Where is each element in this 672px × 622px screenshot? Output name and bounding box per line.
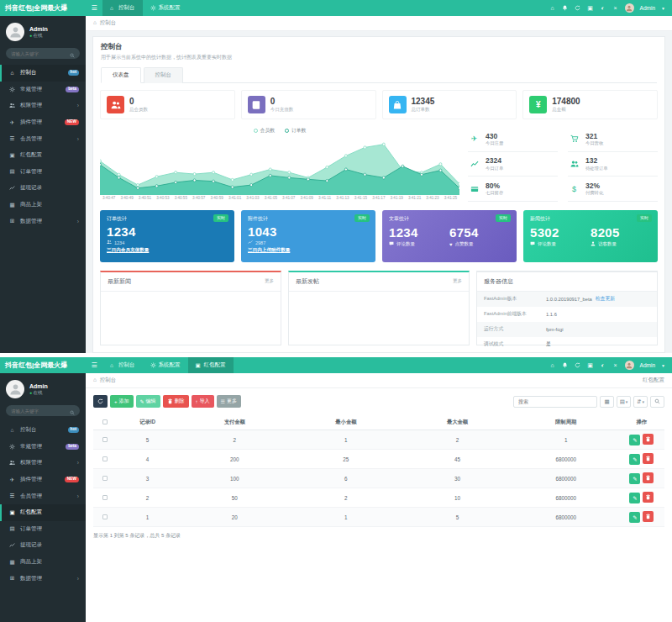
clipboard-tool-button[interactable]: ▦ xyxy=(600,396,614,408)
row-checkbox[interactable] xyxy=(102,476,108,481)
sidebar-item-权限管理[interactable]: 权限管理› xyxy=(0,98,86,114)
column-header-限制周期[interactable]: 限制周期 xyxy=(513,414,619,430)
grid-icon[interactable]: ▣ xyxy=(587,5,594,12)
row-checkbox[interactable] xyxy=(102,437,108,442)
column-header-记录ID[interactable]: 记录ID xyxy=(116,414,179,430)
header-tab-系统配置[interactable]: 系统配置 xyxy=(143,357,188,373)
legend-item-订单数[interactable]: 订单数 xyxy=(285,127,306,134)
sidebar-item-常规管理[interactable]: 常规管理beta xyxy=(0,82,86,98)
home-icon[interactable]: ⌂ xyxy=(549,362,556,369)
brand-logo[interactable]: 抖音红包|全网最火爆 xyxy=(0,361,86,370)
row-delete-button[interactable] xyxy=(643,472,654,483)
row-delete-button[interactable] xyxy=(643,511,654,522)
edit-button[interactable]: ✎编辑 xyxy=(136,395,160,408)
sidebar-item-红包配置[interactable]: ▣红包配置 xyxy=(0,504,86,521)
select-all-checkbox[interactable] xyxy=(102,419,108,424)
import-button[interactable]: ↑导入 xyxy=(192,395,214,408)
sidebar-item-插件管理[interactable]: ✈插件管理NEW xyxy=(0,114,86,131)
sidebar-search-input[interactable] xyxy=(11,51,68,56)
bell-icon[interactable] xyxy=(562,362,569,369)
search-tool-button[interactable] xyxy=(650,396,664,408)
legend-item-会员数[interactable]: 会员数 xyxy=(254,127,275,134)
avatar[interactable] xyxy=(6,380,24,398)
intro-tab-仪表盘[interactable]: 仪表盘 xyxy=(101,67,141,83)
more-button[interactable]: ☰更多 xyxy=(217,395,241,408)
search-input[interactable] xyxy=(513,396,597,408)
sidebar-item-控制台[interactable]: ⌂控制台hot xyxy=(0,65,86,82)
sidebar-item-商品上架[interactable]: ▦商品上架 xyxy=(0,197,86,213)
add-button[interactable]: +添加 xyxy=(110,395,134,408)
column-header-最大金额[interactable]: 最大金额 xyxy=(402,414,513,430)
sidebar-item-订单管理[interactable]: ▤订单管理 xyxy=(0,521,86,538)
header-tab-控制台[interactable]: ⌂控制台 xyxy=(102,357,143,373)
avatar[interactable] xyxy=(625,361,634,370)
sidebar-item-常规管理[interactable]: 常规管理beta xyxy=(0,439,86,456)
avatar[interactable] xyxy=(625,3,634,13)
user-menu[interactable]: Admin xyxy=(640,5,655,11)
intro-tab-控制台[interactable]: 控制台 xyxy=(144,67,184,83)
menu-toggle-icon[interactable]: ☰ xyxy=(86,4,102,12)
sidebar-item-订单管理[interactable]: ▤订单管理 xyxy=(0,164,86,181)
row-edit-button[interactable]: ✎ xyxy=(629,454,640,465)
header-tab-系统配置[interactable]: 系统配置 xyxy=(143,0,188,16)
row-edit-button[interactable]: ✎ xyxy=(629,435,640,445)
user-menu[interactable]: Admin xyxy=(640,362,655,368)
close-icon[interactable]: × xyxy=(612,362,619,369)
contrast-icon[interactable]: ◐ xyxy=(600,5,606,12)
breadcrumb-label[interactable]: 控制台 xyxy=(100,377,117,382)
refresh-icon[interactable] xyxy=(575,5,581,12)
header-tab-红包配置[interactable]: ▣红包配置 xyxy=(188,357,234,373)
row-checkbox[interactable] xyxy=(102,456,108,461)
more-link[interactable]: 更多 xyxy=(453,278,462,284)
sidebar-item-权限管理[interactable]: 权限管理› xyxy=(0,455,86,472)
column-header-支付金额[interactable]: 支付金额 xyxy=(179,414,291,430)
more-link[interactable]: 更多 xyxy=(265,278,274,284)
box-footer-link[interactable]: 三日内会员充值数量 xyxy=(107,247,228,254)
sidebar-item-红包配置[interactable]: ▣红包配置 xyxy=(0,147,86,164)
row-checkbox[interactable] xyxy=(102,495,108,500)
row-delete-button[interactable] xyxy=(643,492,654,503)
row-delete-button[interactable] xyxy=(643,453,654,464)
box-footer-link[interactable]: 三日内上传附件数量 xyxy=(248,247,369,254)
grid-icon[interactable]: ▣ xyxy=(587,362,594,369)
home-icon[interactable]: ⌂ xyxy=(549,5,556,12)
sidebar-item-数据管理[interactable]: ⊞数据管理› xyxy=(0,570,86,587)
sidebar-item-提现记录[interactable]: 提现记录 xyxy=(0,537,86,554)
delete-button[interactable]: 删除 xyxy=(163,395,189,408)
row-edit-button[interactable]: ✎ xyxy=(629,473,640,484)
realtime-badge[interactable]: 实时 xyxy=(637,214,652,222)
panel-title: 最新发帖 xyxy=(296,277,319,286)
row-checkbox[interactable] xyxy=(102,514,108,519)
close-icon[interactable]: × xyxy=(612,5,619,12)
column-header-操作[interactable]: 操作 xyxy=(619,414,664,430)
realtime-badge[interactable]: 实时 xyxy=(213,214,228,222)
table-cell: 6800000 xyxy=(513,450,619,469)
columns-tool-button[interactable]: ▤▾ xyxy=(617,396,631,408)
sidebar-item-插件管理[interactable]: ✈插件管理NEW xyxy=(0,472,86,488)
realtime-badge[interactable]: 实时 xyxy=(354,214,370,222)
sidebar-item-商品上架[interactable]: ▦商品上架 xyxy=(0,554,86,571)
menu-toggle-icon[interactable]: ☰ xyxy=(86,361,102,369)
sidebar-item-会员管理[interactable]: ☰会员管理› xyxy=(0,488,86,504)
avatar[interactable] xyxy=(6,23,24,41)
header-tab-控制台[interactable]: ⌂控制台 xyxy=(102,0,143,16)
sidebar-search-input[interactable] xyxy=(11,409,68,414)
sidebar-item-数据管理[interactable]: ⊞数据管理› xyxy=(0,213,86,229)
export-tool-button[interactable]: ⇵▾ xyxy=(633,396,648,408)
row-edit-button[interactable]: ✎ xyxy=(629,493,640,503)
refresh-button[interactable] xyxy=(93,395,108,408)
refresh-icon[interactable] xyxy=(575,362,581,369)
contrast-icon[interactable]: ◐ xyxy=(600,362,606,369)
row-edit-button[interactable]: ✎ xyxy=(629,512,640,523)
check-update-link[interactable]: 检查更新 xyxy=(596,295,615,303)
sidebar-item-控制台[interactable]: ⌂控制台hot xyxy=(0,422,86,439)
x-tick-label: 3:41:05 xyxy=(262,196,280,200)
sidebar-item-会员管理[interactable]: ☰会员管理› xyxy=(0,130,86,147)
breadcrumb-label[interactable]: 控制台 xyxy=(100,19,117,25)
realtime-badge[interactable]: 实时 xyxy=(496,214,511,222)
brand-logo[interactable]: 抖音红包|全网最火爆 xyxy=(0,3,86,13)
bell-icon[interactable] xyxy=(562,5,569,12)
row-delete-button[interactable] xyxy=(643,434,654,445)
sidebar-item-提现记录[interactable]: 提现记录 xyxy=(0,180,86,197)
column-header-最小金额[interactable]: 最小金额 xyxy=(291,414,402,430)
